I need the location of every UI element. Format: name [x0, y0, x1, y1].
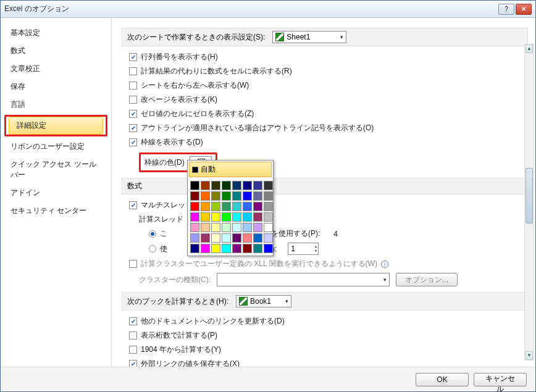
- help-button[interactable]: ?: [498, 4, 514, 15]
- radio-use-n[interactable]: [149, 245, 156, 252]
- color-swatch[interactable]: [201, 244, 210, 253]
- color-swatch[interactable]: [253, 202, 262, 211]
- cb-show-zeros[interactable]: [129, 110, 137, 118]
- color-swatch[interactable]: [190, 212, 199, 222]
- cb-show-gridlines[interactable]: [129, 138, 137, 146]
- sidebar-item-proofing[interactable]: 文章校正: [1, 60, 111, 78]
- cb-save-external-links[interactable]: [129, 360, 137, 367]
- color-swatch[interactable]: [243, 223, 252, 232]
- cb-rtl-sheet[interactable]: [129, 81, 137, 90]
- sheet-dropdown[interactable]: Sheet1: [272, 31, 346, 43]
- color-swatch[interactable]: [243, 212, 252, 222]
- color-swatch[interactable]: [264, 181, 273, 190]
- color-swatch[interactable]: [190, 233, 199, 243]
- close-button[interactable]: ✕: [516, 4, 532, 15]
- scroll-thumb[interactable]: [526, 168, 533, 223]
- title-text: Excel のオプション: [4, 4, 498, 14]
- sidebar-item-security[interactable]: セキュリティ センター: [1, 202, 111, 220]
- color-swatch[interactable]: [201, 223, 210, 232]
- cluster-options-button[interactable]: オプション...: [396, 273, 458, 286]
- scroll-up-icon[interactable]: ▲: [526, 44, 533, 53]
- cb-show-formula[interactable]: [129, 67, 137, 75]
- sidebar-item-addins[interactable]: アドイン: [1, 184, 111, 202]
- color-swatch[interactable]: [232, 202, 241, 211]
- color-swatch[interactable]: [243, 233, 252, 243]
- radio-use-all[interactable]: [149, 230, 156, 238]
- color-swatch[interactable]: [201, 181, 210, 190]
- color-swatch[interactable]: [243, 181, 252, 190]
- color-swatch[interactable]: [201, 202, 210, 211]
- sidebar-item-qat[interactable]: クイック アクセス ツール バー: [1, 156, 111, 184]
- color-swatch[interactable]: [190, 223, 199, 232]
- color-swatch[interactable]: [201, 212, 210, 222]
- excel-sheet-icon: [275, 33, 284, 41]
- color-swatch[interactable]: [222, 191, 231, 201]
- color-swatch[interactable]: [201, 191, 210, 201]
- color-swatch[interactable]: [253, 212, 262, 222]
- color-swatch[interactable]: [264, 233, 273, 243]
- cb-page-breaks[interactable]: [129, 96, 137, 104]
- color-swatch[interactable]: [232, 212, 241, 222]
- scroll-down-icon[interactable]: ▼: [526, 351, 533, 360]
- color-swatch[interactable]: [264, 212, 273, 222]
- color-swatch[interactable]: [264, 202, 273, 211]
- color-swatch[interactable]: [222, 212, 231, 222]
- sidebar-item-formula[interactable]: 数式: [1, 42, 111, 60]
- color-swatch[interactable]: [253, 223, 262, 232]
- color-swatch[interactable]: [264, 191, 273, 201]
- cb-precision-displayed[interactable]: [129, 332, 137, 340]
- color-swatch[interactable]: [211, 181, 220, 190]
- color-swatch[interactable]: [232, 181, 241, 190]
- sidebar-item-save[interactable]: 保存: [1, 78, 111, 96]
- color-swatch[interactable]: [253, 233, 262, 243]
- color-swatch[interactable]: [243, 244, 252, 253]
- sidebar-item-basic[interactable]: 基本設定: [1, 24, 111, 42]
- cb-update-links[interactable]: [129, 317, 137, 325]
- sidebar-item-ribbon[interactable]: リボンのユーザー設定: [1, 138, 111, 156]
- color-swatch[interactable]: [190, 202, 199, 211]
- color-swatch[interactable]: [222, 233, 231, 243]
- color-swatch[interactable]: [222, 244, 231, 253]
- sidebar-item-language[interactable]: 言語: [1, 96, 111, 114]
- info-icon[interactable]: i: [381, 261, 388, 268]
- cb-multithread[interactable]: [129, 201, 137, 209]
- color-swatch[interactable]: [232, 233, 241, 243]
- color-swatch[interactable]: [201, 233, 210, 243]
- color-swatch[interactable]: [232, 223, 241, 232]
- cb-row-col-headers[interactable]: [129, 53, 137, 61]
- color-swatch[interactable]: [211, 202, 220, 211]
- color-grid: [189, 180, 272, 254]
- cb-cluster-xll[interactable]: [129, 260, 137, 268]
- color-swatch[interactable]: [211, 244, 220, 253]
- content-scrollbar[interactable]: ▲ ▼: [524, 44, 534, 361]
- titlebar[interactable]: Excel のオプション ? ✕: [1, 1, 535, 18]
- color-swatch[interactable]: [243, 202, 252, 211]
- cb-1904-date[interactable]: [129, 346, 137, 354]
- book-dropdown[interactable]: Book1: [236, 295, 291, 307]
- color-swatch[interactable]: [232, 191, 241, 201]
- sidebar-item-advanced[interactable]: 詳細設定: [9, 117, 103, 135]
- color-swatch[interactable]: [253, 244, 262, 253]
- color-swatch[interactable]: [190, 191, 199, 201]
- color-swatch[interactable]: [190, 244, 199, 253]
- color-swatch[interactable]: [211, 191, 220, 201]
- color-swatch[interactable]: [264, 244, 273, 253]
- color-swatch[interactable]: [243, 191, 252, 201]
- color-swatch[interactable]: [222, 181, 231, 190]
- color-swatch[interactable]: [253, 181, 262, 190]
- color-swatch[interactable]: [264, 223, 273, 232]
- ok-button[interactable]: OK: [416, 373, 469, 386]
- color-swatch[interactable]: [211, 233, 220, 243]
- color-auto-option[interactable]: 自動: [189, 162, 272, 177]
- cb-show-outline[interactable]: [129, 124, 137, 132]
- color-swatch[interactable]: [222, 223, 231, 232]
- cancel-button[interactable]: キャンセル: [474, 373, 527, 386]
- color-swatch[interactable]: [253, 191, 262, 201]
- color-swatch[interactable]: [211, 212, 220, 222]
- color-swatch[interactable]: [232, 244, 241, 253]
- cluster-type-dropdown[interactable]: [217, 273, 390, 286]
- color-swatch[interactable]: [211, 223, 220, 232]
- thread-count-spinner[interactable]: 1: [288, 243, 319, 255]
- color-swatch[interactable]: [222, 202, 231, 211]
- color-swatch[interactable]: [190, 181, 199, 190]
